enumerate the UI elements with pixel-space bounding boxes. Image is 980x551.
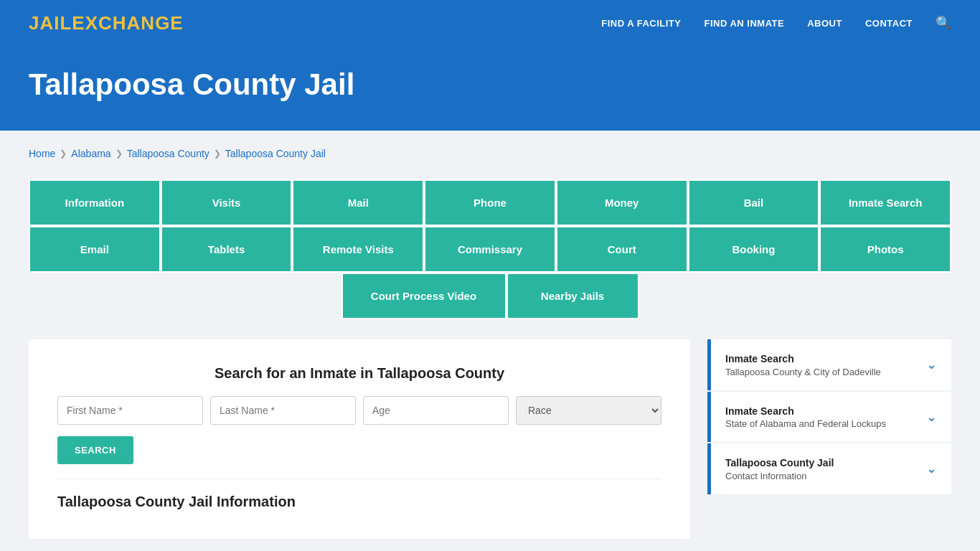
search-title: Search for an Inmate in Tallapoosa Count… [57, 365, 661, 382]
main-nav: FIND A FACILITY FIND AN INMATE ABOUT CON… [601, 15, 951, 31]
btn-court-process-video[interactable]: Court Process Video [341, 273, 507, 319]
sidebar-card-contact: Tallapoosa County Jail Contact Informati… [707, 443, 951, 494]
search-icon[interactable]: 🔍 [936, 15, 951, 31]
sidebar-inmate-search-local-subtitle: Tallapoosa County & City of Dadeville [725, 367, 881, 377]
content-wrapper: Home ❯ Alabama ❯ Tallapoosa County ❯ Tal… [0, 131, 980, 551]
sidebar-contact-subtitle: Contact Information [725, 471, 834, 481]
logo-jail: JAIL [29, 12, 72, 34]
btn-phone[interactable]: Phone [424, 179, 556, 226]
first-name-input[interactable] [57, 396, 203, 425]
btn-visits[interactable]: Visits [161, 179, 293, 226]
sidebar-card-local-header[interactable]: Inmate Search Tallapoosa County & City o… [711, 339, 951, 390]
main-body: Search for an Inmate in Tallapoosa Count… [29, 339, 951, 539]
btn-information[interactable]: Information [29, 179, 161, 226]
breadcrumb-sep-3: ❯ [214, 149, 221, 159]
sidebar-inmate-search-state-subtitle: State of Alabama and Federal Lockups [725, 418, 886, 429]
sidebar-contact-title: Tallapoosa County Jail [725, 456, 834, 471]
nav-contact[interactable]: CONTACT [865, 18, 913, 29]
sidebar-card-state: Inmate Search State of Alabama and Feder… [707, 392, 951, 443]
chevron-down-icon-2: ⌄ [926, 409, 937, 425]
button-grid: Information Visits Mail Phone Money Bail… [29, 179, 951, 319]
btn-photos[interactable]: Photos [819, 226, 951, 273]
search-box: Search for an Inmate in Tallapoosa Count… [29, 339, 690, 539]
breadcrumb-alabama[interactable]: Alabama [71, 148, 110, 159]
info-section-title: Tallapoosa County Jail Information [57, 494, 661, 510]
search-fields: Race White Black Hispanic Asian Other [57, 396, 661, 425]
age-input[interactable] [363, 396, 509, 425]
btn-booking[interactable]: Booking [688, 226, 820, 273]
sidebar: Inmate Search Tallapoosa County & City o… [707, 339, 951, 496]
sidebar-card-state-text: Inmate Search State of Alabama and Feder… [725, 405, 886, 430]
breadcrumb-sep-2: ❯ [116, 149, 123, 159]
info-section: Tallapoosa County Jail Information [57, 479, 661, 510]
button-row-3: Court Process Video Nearby Jails [29, 273, 951, 319]
chevron-down-icon: ⌄ [926, 357, 937, 372]
breadcrumb-county[interactable]: Tallapoosa County [127, 148, 209, 159]
race-select[interactable]: Race White Black Hispanic Asian Other [516, 396, 661, 425]
chevron-down-icon-3: ⌄ [926, 461, 937, 476]
last-name-input[interactable] [210, 396, 356, 425]
hero-section: Tallapoosa County Jail [0, 46, 980, 131]
header: JAILEXCHANGE FIND A FACILITY FIND AN INM… [0, 0, 980, 46]
logo-exchange: EXCHANGE [72, 12, 183, 34]
sidebar-card-state-header[interactable]: Inmate Search State of Alabama and Feder… [711, 392, 951, 443]
sidebar-card-contact-header[interactable]: Tallapoosa County Jail Contact Informati… [711, 443, 951, 494]
page-title: Tallapoosa County Jail [29, 67, 951, 102]
nav-about[interactable]: ABOUT [807, 18, 842, 29]
btn-tablets[interactable]: Tablets [161, 226, 293, 273]
sidebar-inmate-search-state-title: Inmate Search [725, 405, 886, 419]
sidebar-card-local: Inmate Search Tallapoosa County & City o… [707, 339, 951, 390]
btn-commissary[interactable]: Commissary [424, 226, 556, 273]
btn-mail[interactable]: Mail [292, 179, 424, 226]
breadcrumb-home[interactable]: Home [29, 148, 55, 159]
btn-money[interactable]: Money [556, 179, 688, 226]
btn-inmate-search[interactable]: Inmate Search [819, 179, 951, 226]
button-row-1: Information Visits Mail Phone Money Bail… [29, 179, 951, 226]
btn-bail[interactable]: Bail [688, 179, 820, 226]
button-row-2: Email Tablets Remote Visits Commissary C… [29, 226, 951, 273]
nav-find-inmate[interactable]: FIND AN INMATE [704, 18, 784, 29]
breadcrumb-sep-1: ❯ [60, 149, 67, 159]
btn-court[interactable]: Court [556, 226, 688, 273]
sidebar-inmate-search-local-title: Inmate Search [725, 352, 881, 367]
logo[interactable]: JAILEXCHANGE [29, 12, 184, 34]
btn-email[interactable]: Email [29, 226, 161, 273]
search-button[interactable]: SEARCH [57, 436, 133, 464]
breadcrumb-jail[interactable]: Tallapoosa County Jail [225, 148, 326, 159]
breadcrumb: Home ❯ Alabama ❯ Tallapoosa County ❯ Tal… [29, 148, 951, 159]
btn-nearby-jails[interactable]: Nearby Jails [507, 273, 639, 319]
btn-remote-visits[interactable]: Remote Visits [292, 226, 424, 273]
nav-find-facility[interactable]: FIND A FACILITY [601, 18, 681, 29]
sidebar-card-local-text: Inmate Search Tallapoosa County & City o… [725, 352, 881, 377]
sidebar-card-contact-text: Tallapoosa County Jail Contact Informati… [725, 456, 834, 481]
